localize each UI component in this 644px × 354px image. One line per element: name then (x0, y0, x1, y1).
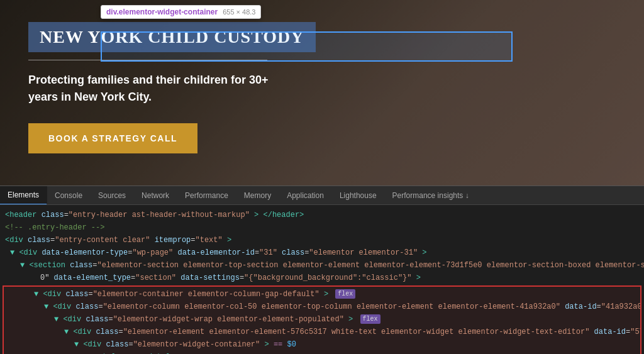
tab-application[interactable]: Application (279, 186, 332, 205)
tooltip-element-name: div.elementor-widget-container (106, 8, 218, 16)
code-line-12[interactable]: ▼ <div class="elementor-widget-container… (4, 338, 640, 351)
site-divider (28, 60, 267, 60)
tab-performance-insights[interactable]: Performance insights ↓ (385, 186, 477, 205)
code-line-6: 0" data-element_type="section" data-sett… (0, 272, 644, 284)
preview-content: New York Child Custody Protecting famili… (0, 0, 644, 175)
devtools-tabs: Elements Console Sources Network Perform… (0, 186, 644, 205)
tab-memory[interactable]: Memory (236, 186, 279, 205)
code-line-3: <div class="entry-content clear" itempro… (0, 234, 644, 246)
tooltip-dimensions: 655 × 48.3 (223, 8, 255, 16)
code-line-11[interactable]: ▼ <div class="elementor-element elemento… (4, 326, 640, 338)
site-title: New York Child Custody (40, 27, 304, 47)
code-line-13[interactable]: ▶ <style> == </style> (4, 351, 640, 354)
site-subtitle: Protecting families and their children f… (28, 72, 292, 106)
code-line-1: <header class="entry-header ast-header-w… (0, 209, 644, 221)
code-line-5: ▼ <section class="elementor-section elem… (0, 259, 644, 272)
tab-sources[interactable]: Sources (91, 186, 134, 205)
website-preview: div.elementor-widget-container 655 × 48.… (0, 0, 644, 185)
tab-network[interactable]: Network (134, 186, 177, 205)
tab-elements[interactable]: Elements (0, 186, 47, 205)
code-line-4: ▼ <div data-elementor-type="wp-page" dat… (0, 246, 644, 259)
code-line-9[interactable]: ▼ <div class="elementor-column elementor… (4, 301, 640, 313)
devtools-panel: Elements Console Sources Network Perform… (0, 185, 644, 354)
devtools-code-area: <header class="entry-header ast-header-w… (0, 205, 644, 354)
tab-performance[interactable]: Performance (177, 186, 236, 205)
cta-button[interactable]: Book a Strategy Call (28, 123, 197, 153)
code-line-8[interactable]: ▼ <div class="elementor-container elemen… (4, 288, 640, 301)
code-line-10[interactable]: ▼ <div class="elementor-widget-wrap elem… (4, 313, 640, 326)
highlighted-block: ▼ <div class="elementor-container elemen… (3, 285, 641, 354)
site-title-bar: New York Child Custody (28, 22, 316, 52)
devtools-element-tooltip: div.elementor-widget-container 655 × 48.… (101, 5, 261, 19)
tab-lighthouse[interactable]: Lighthouse (332, 186, 385, 205)
code-line-2: <!-- .entry-header --> (0, 221, 644, 234)
tab-console[interactable]: Console (47, 186, 91, 205)
